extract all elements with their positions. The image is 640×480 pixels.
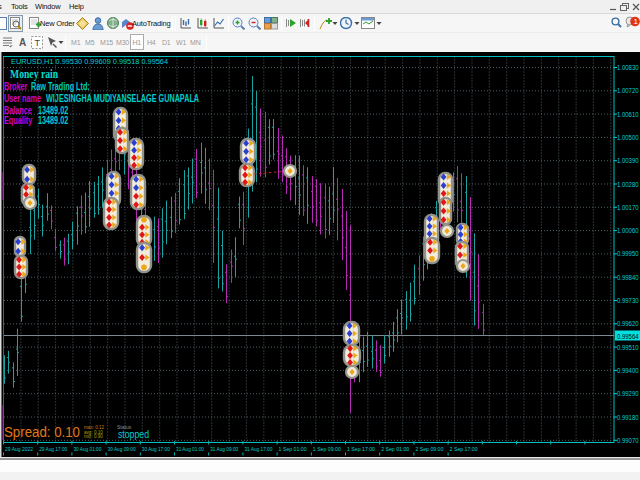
svg-text:1.00720: 1.00720	[617, 87, 639, 94]
svg-text:31 Aug 01:00: 31 Aug 01:00	[176, 446, 205, 452]
svg-text:31 Aug 17:00: 31 Aug 17:00	[244, 446, 273, 452]
svg-text:0.99290: 0.99290	[617, 390, 639, 397]
svg-text:0.99180: 0.99180	[617, 414, 639, 421]
svg-text:30 Aug 01:00: 30 Aug 01:00	[73, 446, 102, 452]
svg-text:29 Aug 17:00: 29 Aug 17:00	[39, 446, 68, 452]
svg-text:0.99564: 0.99564	[617, 333, 639, 340]
svg-text:0.99730: 0.99730	[617, 297, 639, 304]
svg-text:1.00060: 1.00060	[617, 227, 639, 234]
svg-text:Raw Trading Ltd:: Raw Trading Ltd:	[31, 81, 90, 93]
svg-text:min: 0.90: min: 0.90	[84, 434, 103, 439]
svg-text:1.00610: 1.00610	[617, 111, 639, 118]
svg-text:0.99840: 0.99840	[617, 274, 639, 281]
svg-text:1 Sep 17:00: 1 Sep 17:00	[347, 446, 376, 452]
svg-text:Equality: Equality	[4, 115, 33, 127]
svg-text:2 Sep 09:00: 2 Sep 09:00	[415, 446, 444, 452]
svg-text:30 Aug 17:00: 30 Aug 17:00	[142, 446, 171, 452]
svg-text:1 Sep 01:00: 1 Sep 01:00	[279, 446, 308, 452]
svg-text:1.00390: 1.00390	[617, 157, 639, 164]
svg-text:29 Aug 2022: 29 Aug 2022	[5, 446, 34, 452]
svg-text:Money rain: Money rain	[10, 67, 59, 80]
svg-text:1.00280: 1.00280	[617, 181, 639, 188]
svg-text:stopped: stopped	[118, 429, 149, 440]
svg-text:0.99510: 0.99510	[617, 344, 639, 351]
svg-text:2 Sep 01:00: 2 Sep 01:00	[381, 446, 410, 452]
svg-text:T: T	[35, 38, 41, 48]
svg-text:1 Sep 09:00: 1 Sep 09:00	[313, 446, 342, 452]
svg-text:30 Aug 09:00: 30 Aug 09:00	[108, 446, 137, 452]
svg-text:1.00830: 1.00830	[617, 64, 639, 71]
svg-text:0.99400: 0.99400	[617, 367, 639, 374]
svg-text:Broker: Broker	[4, 81, 28, 93]
svg-text:Spread: 0.10: Spread: 0.10	[4, 423, 80, 440]
svg-text:WIJESINGHA MUDIYANSELAGE GUNA: WIJESINGHA MUDIYANSELAGE GUNAPALA	[46, 93, 199, 105]
svg-text:EURUSD,H1 0.99530 0.99609 0.99: EURUSD,H1 0.99530 0.99609 0.99518 0.9956…	[11, 57, 169, 66]
svg-text:0.99950: 0.99950	[617, 250, 639, 257]
svg-text:1: 1	[634, 17, 639, 26]
svg-text:0.99070: 0.99070	[617, 437, 639, 444]
svg-text:User name: User name	[4, 93, 41, 105]
svg-text:0.99620: 0.99620	[617, 320, 639, 327]
svg-text:31 Aug 09:00: 31 Aug 09:00	[210, 446, 239, 452]
svg-text:1.00170: 1.00170	[617, 204, 639, 211]
svg-text:1.00500: 1.00500	[617, 134, 639, 141]
svg-text:2 Sep 17:00: 2 Sep 17:00	[450, 446, 479, 452]
svg-text:13489.02: 13489.02	[38, 115, 68, 127]
